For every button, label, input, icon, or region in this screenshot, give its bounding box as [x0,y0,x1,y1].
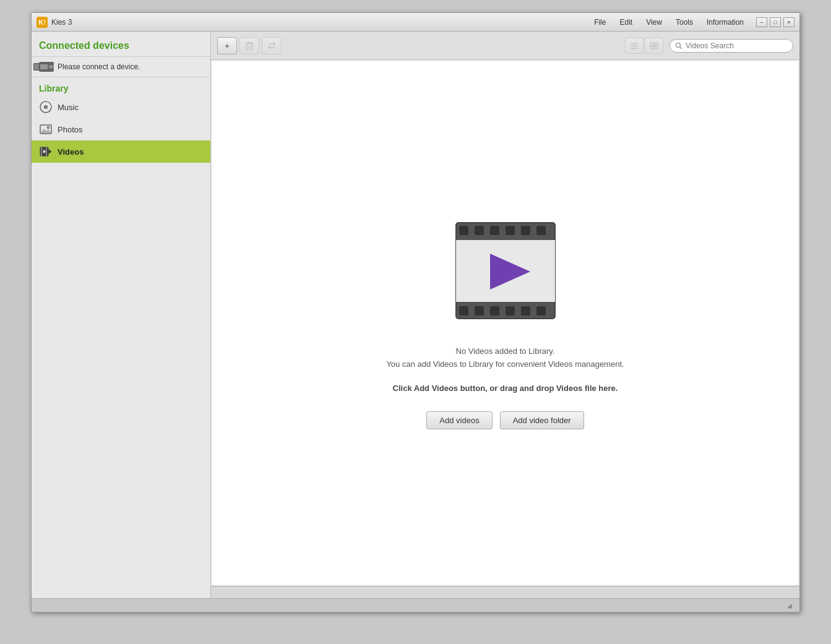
menu-edit[interactable]: Edit [613,17,639,28]
svg-point-3 [50,66,52,68]
svg-rect-45 [536,306,546,316]
content-area: Connected devices Please connect a devic… [32,32,799,598]
app-title: Kies 3 [51,18,588,27]
empty-state-line1: No Videos added to Library. You can add … [386,345,624,371]
add-videos-button[interactable]: Add videos [426,411,492,429]
photos-icon [39,122,53,136]
app-window: K! Kies 3 File Edit View Tools Informati… [31,12,800,612]
empty-state-panel: No Videos added to Library. You can add … [212,61,798,585]
trash-icon [245,41,254,50]
svg-rect-42 [490,306,499,316]
window-controls: − □ × [756,17,794,27]
transfer-button[interactable] [262,37,282,54]
music-icon [39,100,53,114]
svg-rect-11 [41,147,42,156]
videos-icon [39,145,53,158]
svg-rect-27 [650,43,653,45]
svg-rect-30 [655,46,658,49]
menu-bar: File Edit View Tools Information [588,17,750,28]
grid-view-icon [650,42,658,49]
list-view-icon [630,42,639,49]
svg-marker-21 [273,42,275,46]
device-icon [39,62,54,72]
search-input[interactable] [686,41,785,50]
transfer-icon [267,41,276,50]
library-section: Library [32,77,210,96]
menu-view[interactable]: View [640,17,668,28]
svg-point-6 [45,106,46,108]
svg-point-31 [676,43,681,47]
svg-point-9 [47,126,50,129]
video-illustration [450,217,561,327]
bottom-bar: ◢ [32,598,799,612]
empty-state-line3: Click Add Videos button, or drag and dro… [393,384,618,393]
svg-rect-28 [655,43,658,45]
sidebar-item-photos[interactable]: Photos [32,118,210,140]
sidebar-item-music[interactable]: Music [32,96,210,118]
search-box[interactable] [670,39,793,53]
music-label: Music [58,103,79,112]
main-content: + [211,32,799,598]
menu-file[interactable]: File [588,17,612,28]
svg-rect-38 [521,226,530,235]
title-bar: K! Kies 3 File Edit View Tools Informati… [32,13,799,32]
sidebar: Connected devices Please connect a devic… [32,32,211,598]
maximize-button[interactable]: □ [770,17,781,27]
svg-marker-13 [49,150,51,153]
svg-marker-8 [40,129,51,134]
svg-rect-35 [475,226,484,235]
photos-label: Photos [58,125,82,134]
menu-tools[interactable]: Tools [670,17,699,28]
minimize-button[interactable]: − [756,17,767,27]
svg-line-32 [680,47,682,49]
svg-rect-36 [490,226,499,235]
svg-rect-41 [475,306,484,316]
add-button[interactable]: + [217,37,237,54]
svg-rect-29 [650,46,653,49]
device-status: Please connect a device. [32,57,210,77]
add-video-folder-button[interactable]: Add video folder [500,411,584,429]
grid-view-button[interactable] [645,38,663,54]
svg-rect-44 [521,306,530,316]
svg-rect-2 [40,64,48,69]
device-status-text: Please connect a device. [58,62,140,71]
svg-rect-39 [536,226,546,235]
action-buttons: Add videos Add video folder [426,411,583,429]
resize-handle: ◢ [787,602,794,609]
menu-information[interactable]: Information [700,17,750,28]
search-icon [675,42,682,49]
svg-rect-15 [246,43,252,49]
connected-devices-section: Connected devices [32,32,210,57]
videos-label: Videos [58,147,84,157]
app-body: Connected devices Please connect a devic… [32,32,799,612]
svg-rect-43 [506,306,515,316]
app-logo: K! [37,17,48,28]
delete-button[interactable] [239,37,259,54]
svg-marker-23 [268,46,270,49]
view-buttons [625,38,663,54]
svg-rect-12 [46,147,47,156]
status-bar [211,586,799,598]
toolbar: + [211,32,799,60]
svg-rect-37 [506,226,515,235]
film-strip-svg [450,217,561,325]
close-button[interactable]: × [783,17,794,27]
library-title: Library [39,84,203,93]
sidebar-item-videos[interactable]: Videos [32,140,210,163]
svg-rect-34 [459,226,468,235]
connected-devices-title: Connected devices [39,40,203,51]
svg-rect-40 [459,306,468,316]
list-view-button[interactable] [625,38,644,54]
